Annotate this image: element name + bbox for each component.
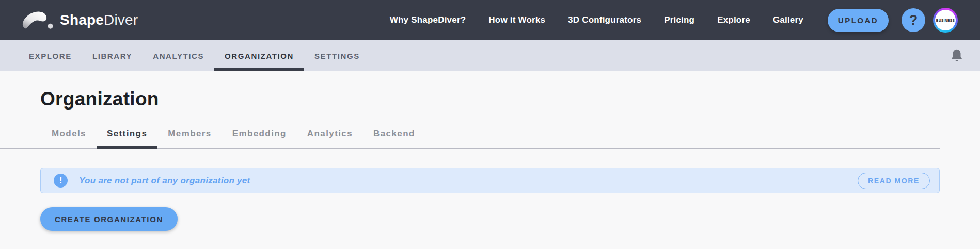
avatar[interactable]: BUSINESS (933, 8, 958, 33)
topnav-link-explore[interactable]: Explore (706, 15, 762, 25)
subnav-item-settings[interactable]: SETTINGS (304, 40, 370, 71)
tab-models[interactable]: Models (41, 123, 97, 148)
logo-swoosh-icon (21, 10, 55, 30)
subnav-item-organization[interactable]: ORGANIZATION (214, 40, 304, 71)
tab-embedding[interactable]: Embedding (222, 123, 297, 148)
top-navbar: ShapeDiver Why ShapeDiver? How it Works … (0, 0, 980, 40)
alert-message: You are not part of any organization yet (79, 176, 250, 186)
brand-name-bold: Shape (60, 12, 104, 28)
avatar-inner: BUSINESS (935, 10, 956, 30)
topnav-link-gallery[interactable]: Gallery (762, 15, 815, 25)
subnav-item-explore[interactable]: EXPLORE (19, 40, 82, 71)
tab-members[interactable]: Members (157, 123, 222, 148)
tab-backend[interactable]: Backend (363, 123, 425, 148)
topnav-link-why-shapediver[interactable]: Why ShapeDiver? (378, 15, 478, 25)
topnav-link-how-it-works[interactable]: How it Works (477, 15, 557, 25)
page-title: Organization (40, 88, 980, 110)
tab-analytics[interactable]: Analytics (297, 123, 363, 148)
no-organization-alert: ! You are not part of any organization y… (40, 168, 940, 193)
subnav-item-library[interactable]: LIBRARY (82, 40, 143, 71)
topnav-link-3d-configurators[interactable]: 3D Configurators (557, 15, 653, 25)
tab-settings[interactable]: Settings (97, 123, 157, 148)
notifications-bell-icon[interactable] (948, 46, 966, 66)
read-more-button[interactable]: READ MORE (858, 173, 930, 189)
shapediver-logo[interactable]: ShapeDiver (21, 10, 138, 30)
brand-name-light: Diver (104, 12, 138, 28)
help-icon[interactable]: ? (902, 8, 925, 32)
subnav-item-analytics[interactable]: ANALYTICS (143, 40, 214, 71)
upload-button[interactable]: UPLOAD (828, 9, 889, 32)
main-content: Organization Models Settings Members Emb… (0, 88, 980, 231)
secondary-navbar: EXPLORE LIBRARY ANALYTICS ORGANIZATION S… (0, 40, 980, 71)
topnav-links: Why ShapeDiver? How it Works 3D Configur… (378, 15, 815, 25)
page: ShapeDiver Why ShapeDiver? How it Works … (0, 0, 980, 231)
create-organization-button[interactable]: CREATE ORGANIZATION (40, 207, 178, 231)
brand-name: ShapeDiver (60, 12, 138, 28)
organization-tabs: Models Settings Members Embedding Analyt… (0, 123, 940, 149)
info-icon: ! (54, 174, 68, 188)
avatar-badge: BUSINESS (936, 19, 955, 22)
topnav-link-pricing[interactable]: Pricing (653, 15, 706, 25)
